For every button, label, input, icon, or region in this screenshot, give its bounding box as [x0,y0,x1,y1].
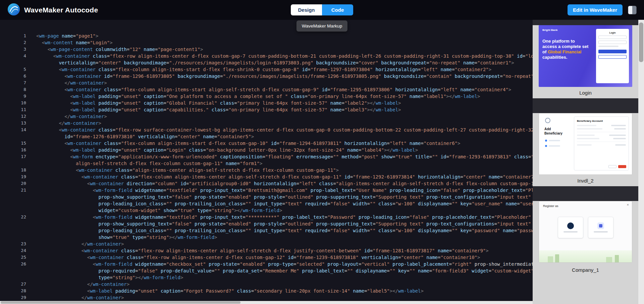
line-number: 11 [0,106,26,113]
line-number: 14 [0,126,26,133]
code-line: 7 </wm-container> [0,80,533,86]
code-editor[interactable]: 1<wm-page name="page1">2 <wm-content nam… [0,20,533,304]
thumb-stepper [545,140,560,147]
code-line: id="frame-1276-618973810" verticalalign=… [0,133,533,140]
code-line: 10 <wm-label padding="unset" caption="Gl… [0,100,533,106]
code-line: align-self-stretch d-flex flex-column cu… [0,160,533,167]
building-shape [606,257,612,262]
page-thumbnail-invdl2[interactable]: Add Beneficiary Beneficiary Account [539,113,632,175]
code-line: 15 <wm-container class="flex-column alig… [0,140,533,147]
line-number [0,207,26,214]
markup-tooltip: WaveMaker Markup [297,20,347,32]
stepper-dot-icon [545,145,547,147]
code-line: prop-leading_icon_class="" prop-trailing… [0,200,533,207]
line-number: 20 [0,180,26,187]
line-number: 1 [0,33,26,39]
line-number: 25 [0,254,26,261]
code-line: 25 <wm-container class="flex-row align-i… [0,254,533,261]
tab-code[interactable]: Code [322,4,353,15]
code-line: 27 </wm-container> [0,281,533,288]
line-number: 7 [0,80,26,86]
line-number: 9 [0,93,26,100]
code-line: 17 <wm-form enctype="application/x-www-f… [0,153,533,160]
thumb-submit-button [618,165,626,168]
line-number: 6 [0,73,26,80]
thumb-caption-bar [594,231,608,233]
thumb-panel-row [577,125,626,126]
line-number [0,59,26,66]
line-number [0,200,26,207]
code-line: 8 <wm-container class="flex-column align… [0,86,533,93]
code-line: 2 <wm-content name="Login"> [0,39,533,46]
add-circle-icon [545,118,550,123]
wavemaker-logo-icon [7,3,20,17]
line-number [0,267,26,274]
line-number: 4 [0,53,26,59]
individual-icon [567,222,574,229]
thumb-panel-row [577,138,626,139]
top-bar: WaveMaker Autocode Design Code Edit in W… [0,0,644,20]
page-label-login: Login [539,87,632,98]
thumb-company-card [588,217,613,238]
thumb-panel-title: Beneficiary Account [577,119,626,122]
page-thumbnail-login[interactable]: Bright Bank One platform to access a com… [539,25,632,87]
page-label-invdl2: Invdl_2 [539,175,632,186]
page-item-login[interactable]: Bright Bank One platform to access a com… [533,25,638,98]
code-line: 20 <wm-container direction="column" id="… [0,180,533,187]
code-line: 11 <wm-label padding="unset" caption="ca… [0,106,533,113]
building-shape [548,256,553,262]
horizontal-scrollbar-thumb[interactable] [1,301,240,304]
line-number [0,220,26,227]
line-number: 29 [0,294,26,301]
code-line: 16 <wm-label padding="unset" caption="Lo… [0,147,533,153]
code-line: type="string"></wm-form-field> [0,274,533,281]
headline-part2: capabilities. [542,55,567,60]
thumb-back-button [608,165,616,168]
thumb-button-bar [598,50,627,53]
panel-toggle-icon[interactable] [628,6,637,14]
thumb-login-card: Login [596,29,629,83]
horizontal-scrollbar[interactable] [0,301,533,304]
thumb-register-cards [539,217,632,238]
line-number: 23 [0,241,26,247]
line-number: 16 [0,147,26,153]
line-number: 19 [0,173,26,180]
page-item-company1[interactable]: Register as × Compan [533,201,638,304]
code-line: 22 <wm-form-field widgetname="textfield"… [0,214,533,220]
vertical-scrollbar-thumb[interactable] [639,22,643,62]
code-line: 6 <wm-container id="frame-1296-618973805… [0,73,533,80]
code-line: prop-leading_icon_class="" prop-trailing… [0,227,533,234]
line-number: 18 [0,167,26,173]
code-line: 24 <wm-container class="flex-row align-i… [0,247,533,254]
sidebar-gap [533,186,638,201]
building-shape [615,255,619,262]
line-number: 27 [0,281,26,288]
main-area: 1<wm-page name="page1">2 <wm-content nam… [0,20,644,304]
page-thumbnail-company1[interactable]: Register as × [539,201,632,263]
page-item-invdl2[interactable]: Add Beneficiary Beneficiary Account [533,113,638,186]
company-icon [597,222,604,229]
thumb-headline: One platform to access a complete set of… [542,39,589,60]
line-number: 15 [0,140,26,147]
edit-in-wavemaker-button[interactable]: Edit in WaveMaker [568,4,623,15]
line-number [0,274,26,281]
vertical-scrollbar[interactable] [638,20,644,304]
pages-sidebar: Bright Bank One platform to access a com… [533,20,638,304]
line-number [0,133,26,140]
tab-design[interactable]: Design [291,4,322,15]
thumb-caption-bar [564,231,578,233]
thumb-outline-button-bar [598,55,627,59]
code-line: 23 </wm-container> [0,241,533,247]
code-line: verticalalign="center" backgroundimage="… [0,59,533,66]
building-shape [555,254,559,262]
line-number: 2 [0,39,26,46]
code-line: 3 <wm-page-content columnwidth="12" name… [0,46,533,53]
line-number: 13 [0,120,26,126]
code-line: prop-show_supporting_text="false" prop-s… [0,220,533,227]
line-number: 12 [0,113,26,120]
sidebar-gap [533,98,638,113]
page-label-company1: Company_1 [539,263,632,304]
line-number [0,234,26,241]
line-number: 8 [0,86,26,93]
line-number [0,227,26,234]
